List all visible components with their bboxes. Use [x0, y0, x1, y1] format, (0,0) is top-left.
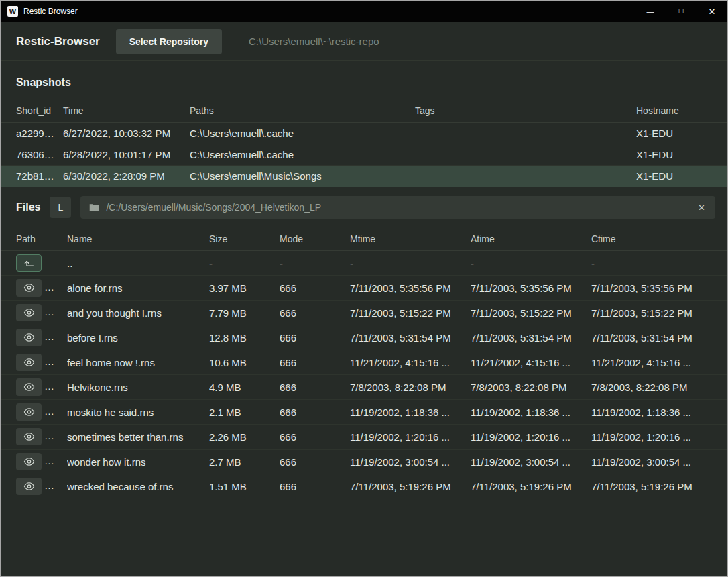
app-window: W Restic Browser — □ ✕ Restic-Browser Se…	[0, 0, 728, 577]
file-cell-ctime: 7/11/2003, 5:31:54 PM	[591, 325, 727, 350]
file-row[interactable]: Helvikone.rns4.9 MB6667/8/2003, 8:22:08 …	[1, 375, 727, 400]
preview-file-button[interactable]	[16, 403, 42, 421]
snapshot-row[interactable]: a2299af66/27/2022, 10:03:32 PMC:\Users\e…	[1, 123, 727, 144]
file-cell-size: -	[209, 251, 280, 276]
close-button[interactable]: ✕	[696, 1, 727, 22]
file-cell-atime: 11/21/2002, 4:15:16 ...	[471, 350, 591, 375]
snapshot-cell-tags	[415, 144, 636, 166]
files-table: Path Name Size Mode Mtime Atime Ctime ..…	[1, 227, 727, 499]
minimize-button[interactable]: —	[635, 1, 666, 22]
preview-file-button[interactable]	[16, 354, 42, 371]
file-cell-ctime: 11/19/2002, 1:20:16 ...	[591, 425, 727, 450]
file-row[interactable]: moskito he said.rns2.1 MB66611/19/2002, …	[1, 400, 727, 425]
file-cell-ctime: 7/11/2003, 5:35:56 PM	[591, 276, 727, 301]
file-cell-mtime: 11/21/2002, 4:15:16 ...	[350, 350, 471, 375]
file-cell-atime: 7/11/2003, 5:15:22 PM	[471, 301, 591, 325]
window-title: Restic Browser	[23, 7, 78, 16]
snapshot-cell-short_id: a2299af6	[1, 123, 63, 144]
file-cell-ctime: 7/11/2003, 5:15:22 PM	[591, 301, 727, 325]
snapshot-cell-short_id: 76306869	[1, 144, 63, 166]
file-actions-cell	[1, 251, 67, 276]
file-path-input[interactable]: /C:/Users/emuell/Music/Songs/2004_Helvet…	[80, 196, 715, 219]
file-row[interactable]: sometimes better than.rns2.26 MB66611/19…	[1, 425, 727, 450]
file-cell-size: 1.51 MB	[209, 474, 280, 499]
eye-icon	[23, 382, 35, 392]
file-cell-mode: 666	[280, 325, 350, 350]
preview-file-button[interactable]	[16, 279, 42, 297]
files-table-body: ..-----alone for.rns3.97 MB6667/11/2003,…	[1, 251, 727, 499]
file-row[interactable]: and you thought I.rns7.79 MB6667/11/2003…	[1, 301, 727, 325]
snapshot-cell-hostname: X1-EDU	[636, 123, 727, 144]
preview-file-button[interactable]	[16, 304, 42, 321]
file-cell-name: alone for.rns	[67, 276, 209, 301]
file-cell-ctime: 11/19/2002, 1:18:36 ...	[591, 400, 727, 425]
file-actions-cell	[1, 400, 67, 425]
maximize-button[interactable]: □	[666, 1, 696, 22]
file-cell-mtime: 11/19/2002, 1:20:16 ...	[350, 425, 471, 450]
files-col-mode: Mode	[280, 227, 350, 251]
clear-path-button[interactable]: ✕	[696, 203, 707, 213]
file-cell-name: moskito he said.rns	[67, 400, 209, 425]
eye-icon	[23, 407, 35, 417]
eye-icon	[23, 283, 35, 293]
file-cell-size: 7.79 MB	[209, 301, 280, 325]
eye-icon	[23, 457, 35, 466]
file-cell-atime: 7/8/2003, 8:22:08 PM	[471, 375, 591, 400]
file-row[interactable]: wrecked because of.rns1.51 MB6667/11/200…	[1, 474, 727, 499]
file-row[interactable]: feel home now !.rns10.6 MB66611/21/2002,…	[1, 350, 727, 375]
snapshot-cell-time: 6/28/2022, 10:01:17 PM	[63, 144, 190, 166]
file-cell-mtime: 7/11/2003, 5:19:26 PM	[350, 474, 471, 499]
file-cell-size: 2.26 MB	[209, 425, 280, 450]
file-cell-ctime: 11/19/2002, 3:00:54 ...	[591, 450, 727, 474]
preview-file-button[interactable]	[16, 329, 42, 346]
preview-file-button[interactable]	[16, 428, 42, 445]
file-actions-cell	[1, 425, 67, 450]
file-cell-name: feel home now !.rns	[67, 350, 209, 375]
file-cell-atime: 11/19/2002, 1:18:36 ...	[471, 400, 591, 425]
preview-file-button[interactable]	[16, 378, 42, 396]
files-header-row: Path Name Size Mode Mtime Atime Ctime	[1, 227, 727, 251]
file-cell-mtime: 11/19/2002, 3:00:54 ...	[350, 450, 471, 474]
select-repository-button[interactable]: Select Repository	[116, 29, 222, 54]
file-cell-size: 2.7 MB	[209, 450, 280, 474]
repo-path-input[interactable]: C:\Users\emuell\~\restic-repo	[249, 36, 379, 47]
files-col-mtime: Mtime	[350, 227, 471, 251]
file-cell-mode: 666	[280, 400, 350, 425]
snapshot-cell-tags	[415, 123, 636, 144]
file-cell-mode: 666	[280, 375, 350, 400]
files-col-size: Size	[209, 227, 280, 251]
file-actions-cell	[1, 474, 67, 499]
file-row[interactable]: alone for.rns3.97 MB6667/11/2003, 5:35:5…	[1, 276, 727, 301]
file-row[interactable]: before I.rns12.8 MB6667/11/2003, 5:31:54…	[1, 325, 727, 350]
snapshots-col-tags: Tags	[415, 99, 636, 123]
snapshot-cell-short_id: 72b813bb	[1, 166, 63, 187]
snapshots-table-body: a2299af66/27/2022, 10:03:32 PMC:\Users\e…	[1, 123, 727, 187]
latest-snapshot-button[interactable]: L	[50, 197, 71, 218]
minimize-icon: —	[647, 7, 654, 15]
file-cell-atime: 7/11/2003, 5:31:54 PM	[471, 325, 591, 350]
parent-dir-row[interactable]: ..-----	[1, 251, 727, 276]
files-col-ctime: Ctime	[591, 227, 727, 251]
preview-file-button[interactable]	[16, 453, 42, 470]
snapshot-row[interactable]: 763068696/28/2022, 10:01:17 PMC:\Users\e…	[1, 144, 727, 166]
snapshot-cell-paths: C:\Users\emuell\Music\Songs	[190, 166, 415, 187]
arrow-up-left-icon	[23, 258, 35, 268]
preview-file-button[interactable]	[16, 478, 42, 495]
snapshot-row[interactable]: 72b813bb6/30/2022, 2:28:09 PMC:\Users\em…	[1, 166, 727, 187]
snapshot-cell-time: 6/30/2022, 2:28:09 PM	[63, 166, 190, 187]
file-cell-name: ..	[67, 251, 209, 276]
file-cell-mode: 666	[280, 276, 350, 301]
file-cell-atime: 7/11/2003, 5:35:56 PM	[471, 276, 591, 301]
file-cell-mode: -	[280, 251, 350, 276]
parent-dir-button[interactable]	[16, 254, 42, 272]
files-bar: Files L /C:/Users/emuell/Music/Songs/200…	[1, 187, 727, 227]
files-heading: Files	[16, 201, 40, 213]
snapshots-col-paths: Paths	[190, 99, 415, 123]
eye-icon	[23, 308, 35, 317]
file-row[interactable]: wonder how it.rns2.7 MB66611/19/2002, 3:…	[1, 450, 727, 474]
folder-icon	[89, 203, 99, 211]
file-cell-mtime: 11/19/2002, 1:18:36 ...	[350, 400, 471, 425]
file-cell-name: sometimes better than.rns	[67, 425, 209, 450]
clear-icon: ✕	[698, 203, 705, 213]
file-cell-name: Helvikone.rns	[67, 375, 209, 400]
